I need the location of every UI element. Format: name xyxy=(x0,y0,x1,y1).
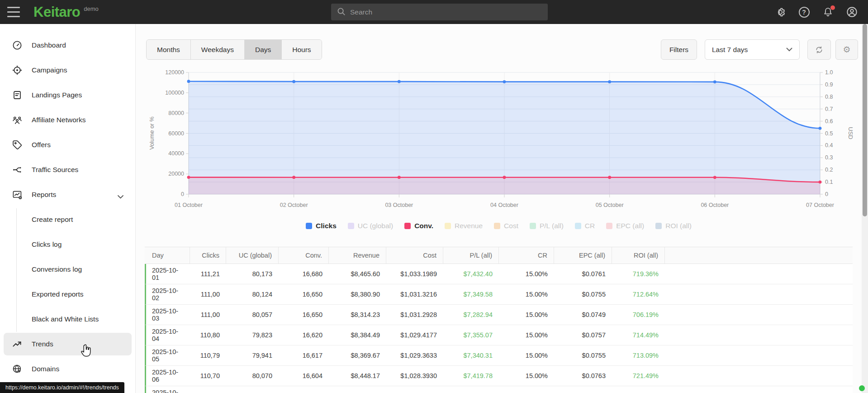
refresh-button[interactable] xyxy=(807,39,831,60)
environment-label: demo xyxy=(84,5,99,12)
offers-icon xyxy=(11,139,23,151)
svg-text:0.4: 0.4 xyxy=(825,142,833,149)
cell-filler xyxy=(665,284,853,304)
vertical-scrollbar xyxy=(862,24,868,393)
search-input[interactable] xyxy=(350,8,542,16)
legend-item-cr[interactable]: CR xyxy=(575,222,595,230)
legend-item-uc-global[interactable]: UC (global) xyxy=(348,222,393,230)
report-controls: Filters Last 7 days ⚙ xyxy=(661,39,858,60)
svg-text:40000: 40000 xyxy=(168,150,184,157)
legend-label: Revenue xyxy=(455,222,483,230)
chevron-down-icon xyxy=(118,192,123,201)
cell-cost: $1,028.3930 xyxy=(386,366,443,386)
sidebar-item-landings-pages[interactable]: Landings Pages xyxy=(4,84,132,106)
table-row: 2025-10-02111,0080,12416,650$8,380.90$1,… xyxy=(145,284,853,305)
notifications-icon[interactable] xyxy=(822,6,834,18)
sidebar-item-label: Clicks log xyxy=(32,240,62,249)
cell-filler xyxy=(665,366,853,386)
chart-settings-button[interactable]: ⚙ xyxy=(835,39,858,60)
sidebar-item-reports[interactable]: Reports xyxy=(4,183,132,206)
cell-day: 2025-10-03 xyxy=(146,305,190,325)
column-header-uc-global: UC (global) xyxy=(226,247,279,264)
cell-roi-all: 721.49% xyxy=(612,366,665,386)
sidebar-item-label: Trends xyxy=(32,340,53,348)
svg-text:04 October: 04 October xyxy=(490,202,518,208)
legend-label: Cost xyxy=(504,222,518,230)
legend-item-epc-all[interactable]: EPC (all) xyxy=(606,222,644,230)
sidebar-item-clicks-log[interactable]: Clicks log xyxy=(4,233,132,256)
sidebar-item-dashboard[interactable]: Dashboard xyxy=(4,34,132,57)
sidebar-item-create-report[interactable]: Create report xyxy=(4,208,132,231)
tab-days[interactable]: Days xyxy=(245,40,282,59)
tab-weekdays[interactable]: Weekdays xyxy=(191,40,245,59)
tab-hours[interactable]: Hours xyxy=(282,40,321,59)
sidebar-item-domains[interactable]: Domains xyxy=(4,358,132,380)
settings-icon[interactable] xyxy=(774,6,786,18)
chart-legend: ClicksUC (global)Conv.RevenueCostP/L (al… xyxy=(145,222,853,230)
cell-filler xyxy=(665,325,853,345)
dashboard-icon xyxy=(11,39,23,51)
cell-p-l-all: $7,340.31 xyxy=(443,345,499,365)
cell-epc-all: $0.0755 xyxy=(554,345,612,365)
sidebar-item-conversions-log[interactable]: Conversions log xyxy=(4,258,132,281)
legend-label: Clicks xyxy=(316,222,337,230)
svg-text:USD: USD xyxy=(847,127,854,139)
table-row: 2025-10-06110,7080,07016,604$8,448.17$1,… xyxy=(145,366,853,386)
sidebar-item-campaigns[interactable]: Campaigns xyxy=(4,59,132,81)
cell-revenue: $8,465.60 xyxy=(329,264,386,284)
green-presence-dot xyxy=(859,385,865,391)
cell-uc-global: 79,823 xyxy=(226,325,279,345)
help-icon[interactable]: ? xyxy=(798,6,810,18)
no-icon xyxy=(11,214,23,225)
cell-day: 2025-10-04 xyxy=(146,325,190,345)
domains-icon xyxy=(11,363,23,375)
svg-text:0: 0 xyxy=(825,191,828,197)
svg-text:0.3: 0.3 xyxy=(825,154,833,161)
campaigns-icon xyxy=(11,64,23,76)
sidebar-item-affiliate-networks[interactable]: Affiliate Networks xyxy=(4,109,132,131)
sidebar-item-black-and-white-lists[interactable]: Black and White Lists xyxy=(4,308,132,331)
cell-revenue: $8,369.67 xyxy=(329,345,386,365)
status-url-tooltip: https://demo.keitaro.io/admin/#!/trends/… xyxy=(0,382,124,393)
svg-text:60000: 60000 xyxy=(168,130,184,137)
legend-item-revenue[interactable]: Revenue xyxy=(445,222,483,230)
sidebar-item-trends[interactable]: Trends xyxy=(4,333,132,355)
topbar: Keitaro demo ? xyxy=(0,0,868,24)
sidebar-nav: DashboardCampaignsLandings PagesAffiliat… xyxy=(0,24,135,380)
filters-button[interactable]: Filters xyxy=(661,39,697,60)
menu-toggle-icon[interactable] xyxy=(7,7,20,17)
sidebar-item-traffic-sources[interactable]: Traffic Sources xyxy=(4,158,132,181)
cell-cr: 15.00% xyxy=(499,345,554,365)
column-header-roi-all: ROI (all) xyxy=(612,247,665,264)
legend-item-p-l-all[interactable]: P/L (all) xyxy=(530,222,564,230)
cell-revenue: $8,380.90 xyxy=(329,284,386,304)
gear-icon: ⚙ xyxy=(843,44,850,55)
legend-item-conv[interactable]: Conv. xyxy=(404,222,433,230)
account-icon[interactable] xyxy=(846,6,858,18)
tab-months[interactable]: Months xyxy=(147,40,191,59)
table-row: 2025-10-04110,8079,82316,620$8,384.49$1,… xyxy=(145,325,853,345)
sidebar-item-label: Reports xyxy=(32,191,56,199)
legend-item-roi-all[interactable]: ROI (all) xyxy=(655,222,692,230)
sidebar-item-offers[interactable]: Offers xyxy=(4,134,132,156)
traffic-icon xyxy=(11,164,23,176)
svg-text:0.2: 0.2 xyxy=(825,167,833,173)
legend-label: P/L (all) xyxy=(540,222,564,230)
cell-clicks: 111,00 xyxy=(190,284,226,304)
cell-uc-global: 44,157 xyxy=(226,386,279,393)
sidebar-item-exported-reports[interactable]: Exported reports xyxy=(4,283,132,306)
chevron-down-icon xyxy=(786,48,792,52)
sidebar-item-label: Dashboard xyxy=(32,41,66,49)
legend-item-cost[interactable]: Cost xyxy=(494,222,518,230)
table-row: 2025-10-0744,4044,1576,647$3,333.34$527.… xyxy=(145,386,853,393)
legend-swatch xyxy=(445,223,451,229)
date-range-select[interactable]: Last 7 days xyxy=(705,39,800,60)
cell-cost: $1,029.4177 xyxy=(386,325,443,345)
global-search[interactable] xyxy=(331,4,548,20)
legend-item-clicks[interactable]: Clicks xyxy=(306,222,337,230)
brand: Keitaro demo xyxy=(33,0,99,24)
svg-text:20000: 20000 xyxy=(168,171,184,177)
scrollbar-thumb[interactable] xyxy=(863,24,867,216)
cell-filler xyxy=(665,345,853,365)
cell-day: 2025-10-05 xyxy=(146,345,190,365)
